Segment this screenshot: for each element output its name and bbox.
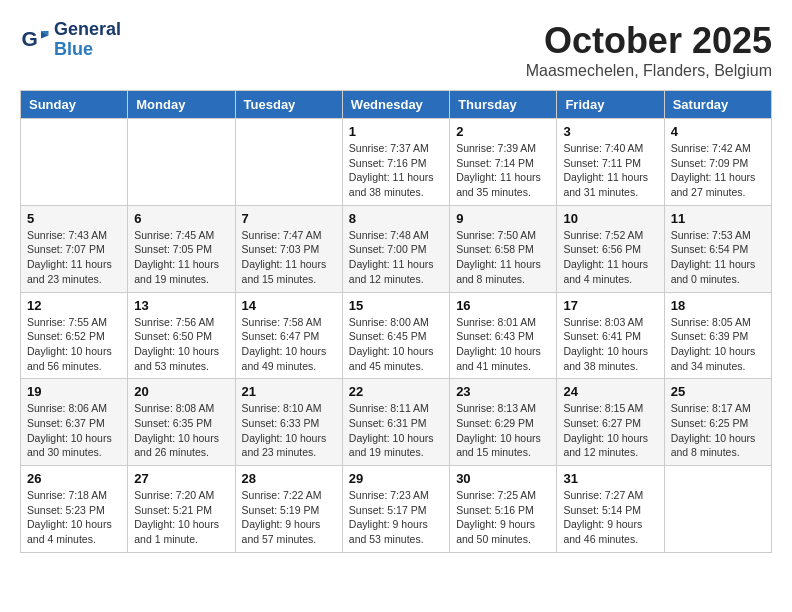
day-number: 26	[27, 471, 121, 486]
day-info: Sunrise: 7:20 AM Sunset: 5:21 PM Dayligh…	[134, 488, 228, 547]
calendar-cell: 8Sunrise: 7:48 AM Sunset: 7:00 PM Daylig…	[342, 205, 449, 292]
logo-text: General Blue	[54, 20, 121, 60]
day-info: Sunrise: 7:22 AM Sunset: 5:19 PM Dayligh…	[242, 488, 336, 547]
day-info: Sunrise: 7:37 AM Sunset: 7:16 PM Dayligh…	[349, 141, 443, 200]
day-info: Sunrise: 7:27 AM Sunset: 5:14 PM Dayligh…	[563, 488, 657, 547]
day-number: 24	[563, 384, 657, 399]
day-number: 10	[563, 211, 657, 226]
day-number: 3	[563, 124, 657, 139]
day-number: 7	[242, 211, 336, 226]
calendar-cell: 1Sunrise: 7:37 AM Sunset: 7:16 PM Daylig…	[342, 119, 449, 206]
logo-icon: G	[20, 25, 50, 55]
calendar-week-row: 26Sunrise: 7:18 AM Sunset: 5:23 PM Dayli…	[21, 466, 772, 553]
day-info: Sunrise: 7:56 AM Sunset: 6:50 PM Dayligh…	[134, 315, 228, 374]
day-info: Sunrise: 8:01 AM Sunset: 6:43 PM Dayligh…	[456, 315, 550, 374]
day-number: 29	[349, 471, 443, 486]
day-info: Sunrise: 7:23 AM Sunset: 5:17 PM Dayligh…	[349, 488, 443, 547]
calendar-cell: 4Sunrise: 7:42 AM Sunset: 7:09 PM Daylig…	[664, 119, 771, 206]
calendar-cell: 24Sunrise: 8:15 AM Sunset: 6:27 PM Dayli…	[557, 379, 664, 466]
day-number: 28	[242, 471, 336, 486]
day-number: 16	[456, 298, 550, 313]
calendar-cell	[128, 119, 235, 206]
day-info: Sunrise: 8:10 AM Sunset: 6:33 PM Dayligh…	[242, 401, 336, 460]
day-info: Sunrise: 8:08 AM Sunset: 6:35 PM Dayligh…	[134, 401, 228, 460]
day-number: 18	[671, 298, 765, 313]
calendar-cell: 10Sunrise: 7:52 AM Sunset: 6:56 PM Dayli…	[557, 205, 664, 292]
day-info: Sunrise: 7:40 AM Sunset: 7:11 PM Dayligh…	[563, 141, 657, 200]
day-number: 9	[456, 211, 550, 226]
calendar-header-row: SundayMondayTuesdayWednesdayThursdayFrid…	[21, 91, 772, 119]
day-number: 11	[671, 211, 765, 226]
day-info: Sunrise: 8:05 AM Sunset: 6:39 PM Dayligh…	[671, 315, 765, 374]
page-header: G General Blue October 2025 Maasmechelen…	[20, 20, 772, 80]
calendar-cell: 12Sunrise: 7:55 AM Sunset: 6:52 PM Dayli…	[21, 292, 128, 379]
day-info: Sunrise: 7:42 AM Sunset: 7:09 PM Dayligh…	[671, 141, 765, 200]
day-number: 27	[134, 471, 228, 486]
calendar-cell: 26Sunrise: 7:18 AM Sunset: 5:23 PM Dayli…	[21, 466, 128, 553]
logo: G General Blue	[20, 20, 121, 60]
day-info: Sunrise: 7:47 AM Sunset: 7:03 PM Dayligh…	[242, 228, 336, 287]
day-number: 19	[27, 384, 121, 399]
day-info: Sunrise: 7:50 AM Sunset: 6:58 PM Dayligh…	[456, 228, 550, 287]
weekday-header: Tuesday	[235, 91, 342, 119]
day-number: 14	[242, 298, 336, 313]
day-info: Sunrise: 8:15 AM Sunset: 6:27 PM Dayligh…	[563, 401, 657, 460]
calendar-cell: 23Sunrise: 8:13 AM Sunset: 6:29 PM Dayli…	[450, 379, 557, 466]
calendar-cell: 27Sunrise: 7:20 AM Sunset: 5:21 PM Dayli…	[128, 466, 235, 553]
calendar-cell: 7Sunrise: 7:47 AM Sunset: 7:03 PM Daylig…	[235, 205, 342, 292]
weekday-header: Sunday	[21, 91, 128, 119]
calendar-cell: 22Sunrise: 8:11 AM Sunset: 6:31 PM Dayli…	[342, 379, 449, 466]
day-info: Sunrise: 7:25 AM Sunset: 5:16 PM Dayligh…	[456, 488, 550, 547]
calendar-table: SundayMondayTuesdayWednesdayThursdayFrid…	[20, 90, 772, 553]
calendar-week-row: 5Sunrise: 7:43 AM Sunset: 7:07 PM Daylig…	[21, 205, 772, 292]
day-info: Sunrise: 8:06 AM Sunset: 6:37 PM Dayligh…	[27, 401, 121, 460]
calendar-cell: 21Sunrise: 8:10 AM Sunset: 6:33 PM Dayli…	[235, 379, 342, 466]
month-title: October 2025	[526, 20, 772, 62]
day-info: Sunrise: 7:53 AM Sunset: 6:54 PM Dayligh…	[671, 228, 765, 287]
calendar-cell: 16Sunrise: 8:01 AM Sunset: 6:43 PM Dayli…	[450, 292, 557, 379]
weekday-header: Wednesday	[342, 91, 449, 119]
calendar-cell: 20Sunrise: 8:08 AM Sunset: 6:35 PM Dayli…	[128, 379, 235, 466]
calendar-cell: 25Sunrise: 8:17 AM Sunset: 6:25 PM Dayli…	[664, 379, 771, 466]
calendar-cell: 19Sunrise: 8:06 AM Sunset: 6:37 PM Dayli…	[21, 379, 128, 466]
calendar-cell: 31Sunrise: 7:27 AM Sunset: 5:14 PM Dayli…	[557, 466, 664, 553]
day-number: 23	[456, 384, 550, 399]
calendar-cell: 13Sunrise: 7:56 AM Sunset: 6:50 PM Dayli…	[128, 292, 235, 379]
day-number: 6	[134, 211, 228, 226]
logo-blue: Blue	[54, 40, 121, 60]
calendar-week-row: 19Sunrise: 8:06 AM Sunset: 6:37 PM Dayli…	[21, 379, 772, 466]
day-number: 13	[134, 298, 228, 313]
title-section: October 2025 Maasmechelen, Flanders, Bel…	[526, 20, 772, 80]
calendar-cell: 29Sunrise: 7:23 AM Sunset: 5:17 PM Dayli…	[342, 466, 449, 553]
day-info: Sunrise: 8:13 AM Sunset: 6:29 PM Dayligh…	[456, 401, 550, 460]
day-info: Sunrise: 8:17 AM Sunset: 6:25 PM Dayligh…	[671, 401, 765, 460]
day-number: 31	[563, 471, 657, 486]
day-number: 21	[242, 384, 336, 399]
day-number: 30	[456, 471, 550, 486]
calendar-cell: 14Sunrise: 7:58 AM Sunset: 6:47 PM Dayli…	[235, 292, 342, 379]
calendar-cell: 15Sunrise: 8:00 AM Sunset: 6:45 PM Dayli…	[342, 292, 449, 379]
calendar-cell	[21, 119, 128, 206]
day-number: 15	[349, 298, 443, 313]
weekday-header: Monday	[128, 91, 235, 119]
day-info: Sunrise: 8:11 AM Sunset: 6:31 PM Dayligh…	[349, 401, 443, 460]
day-info: Sunrise: 7:18 AM Sunset: 5:23 PM Dayligh…	[27, 488, 121, 547]
calendar-cell: 2Sunrise: 7:39 AM Sunset: 7:14 PM Daylig…	[450, 119, 557, 206]
calendar-cell: 11Sunrise: 7:53 AM Sunset: 6:54 PM Dayli…	[664, 205, 771, 292]
day-number: 5	[27, 211, 121, 226]
day-info: Sunrise: 8:03 AM Sunset: 6:41 PM Dayligh…	[563, 315, 657, 374]
day-number: 4	[671, 124, 765, 139]
calendar-cell: 18Sunrise: 8:05 AM Sunset: 6:39 PM Dayli…	[664, 292, 771, 379]
calendar-cell: 9Sunrise: 7:50 AM Sunset: 6:58 PM Daylig…	[450, 205, 557, 292]
day-number: 20	[134, 384, 228, 399]
calendar-cell: 28Sunrise: 7:22 AM Sunset: 5:19 PM Dayli…	[235, 466, 342, 553]
weekday-header: Friday	[557, 91, 664, 119]
day-info: Sunrise: 7:45 AM Sunset: 7:05 PM Dayligh…	[134, 228, 228, 287]
calendar-cell: 3Sunrise: 7:40 AM Sunset: 7:11 PM Daylig…	[557, 119, 664, 206]
calendar-cell: 5Sunrise: 7:43 AM Sunset: 7:07 PM Daylig…	[21, 205, 128, 292]
calendar-cell: 30Sunrise: 7:25 AM Sunset: 5:16 PM Dayli…	[450, 466, 557, 553]
day-number: 2	[456, 124, 550, 139]
day-info: Sunrise: 7:48 AM Sunset: 7:00 PM Dayligh…	[349, 228, 443, 287]
calendar-cell	[664, 466, 771, 553]
calendar-cell: 17Sunrise: 8:03 AM Sunset: 6:41 PM Dayli…	[557, 292, 664, 379]
